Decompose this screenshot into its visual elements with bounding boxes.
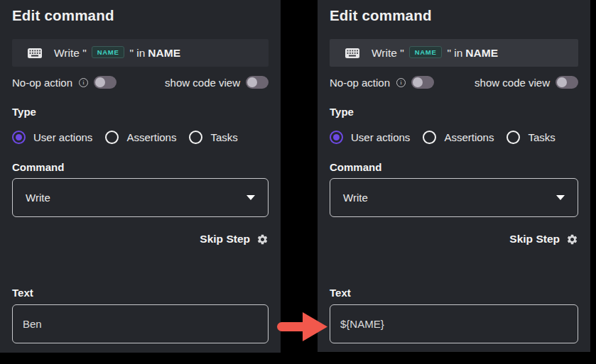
radio-label: User actions xyxy=(33,131,92,143)
text-label: Text xyxy=(330,286,578,300)
command-label: Command xyxy=(12,160,269,175)
info-icon[interactable]: i xyxy=(396,78,406,87)
skip-step-row: Skip Step xyxy=(330,231,578,247)
command-dropdown[interactable]: Write xyxy=(12,178,269,217)
skip-step-button[interactable]: Skip Step xyxy=(200,233,250,246)
command-summary-bar: Write "NAME" inNAME xyxy=(12,39,269,67)
type-radio-group: User actions Assertions Tasks xyxy=(12,130,269,145)
radio-label: Tasks xyxy=(210,131,237,143)
command-label: Command xyxy=(330,160,578,175)
text-label: Text xyxy=(12,286,269,300)
radio-label: Assertions xyxy=(444,131,494,143)
radio-label: Assertions xyxy=(126,131,176,143)
edit-command-panel-after: Edit command Write "NAME" inNAME No-op a… xyxy=(318,0,590,352)
toggles-row: No-op action i show code view xyxy=(12,75,269,89)
command-summary-bar: Write "NAME" inNAME xyxy=(330,39,578,67)
noop-action-label: No-op action xyxy=(330,77,390,89)
noop-action-group: No-op action i xyxy=(12,76,117,89)
text-input[interactable] xyxy=(330,304,578,343)
radio-unselected-icon[interactable] xyxy=(105,131,119,144)
info-icon[interactable]: i xyxy=(79,78,88,87)
code-view-toggle[interactable] xyxy=(246,76,269,89)
gear-icon[interactable] xyxy=(256,233,269,246)
page-title: Edit command xyxy=(330,6,578,26)
command-dropdown[interactable]: Write xyxy=(330,178,578,217)
command-dropdown-value: Write xyxy=(26,192,50,204)
keyboard-icon xyxy=(28,48,42,58)
edit-command-panel-before: Edit command Write "NAME" inNAME No-op a… xyxy=(0,0,281,353)
noop-action-label: No-op action xyxy=(12,77,72,89)
toggle-knob xyxy=(95,77,105,87)
radio-user-actions[interactable]: User actions xyxy=(12,131,92,144)
radio-unselected-icon[interactable] xyxy=(506,131,520,144)
code-view-label: show code view xyxy=(475,77,550,89)
skip-step-row: Skip Step xyxy=(12,231,269,247)
skip-step-button[interactable]: Skip Step xyxy=(509,233,560,246)
radio-unselected-icon[interactable] xyxy=(189,131,202,144)
gear-icon[interactable] xyxy=(566,233,578,246)
code-view-label: show code view xyxy=(165,77,240,89)
arrow-right-icon xyxy=(276,309,330,343)
command-text-prefix: Write " xyxy=(372,47,404,60)
radio-tasks[interactable]: Tasks xyxy=(506,131,555,144)
radio-assertions[interactable]: Assertions xyxy=(105,131,176,144)
command-text-prefix: Write " xyxy=(54,47,87,60)
type-label: Type xyxy=(12,105,269,119)
toggle-knob xyxy=(247,77,257,87)
variable-badge: NAME xyxy=(92,46,125,59)
text-input[interactable] xyxy=(12,304,269,343)
toggle-knob xyxy=(413,77,423,87)
command-target: NAME xyxy=(148,47,180,60)
code-view-toggle[interactable] xyxy=(556,76,578,89)
radio-unselected-icon[interactable] xyxy=(423,131,436,144)
page-title: Edit command xyxy=(12,6,269,26)
noop-action-toggle[interactable] xyxy=(411,76,434,89)
toggle-knob xyxy=(557,77,567,87)
command-text-middle: " in xyxy=(447,47,462,60)
radio-label: User actions xyxy=(351,131,410,143)
chevron-down-icon xyxy=(246,195,255,200)
radio-tasks[interactable]: Tasks xyxy=(189,131,237,144)
type-radio-group: User actions Assertions Tasks xyxy=(330,130,578,145)
radio-selected-icon[interactable] xyxy=(330,131,343,144)
command-text-middle: " in xyxy=(129,47,145,60)
keyboard-icon xyxy=(345,48,359,58)
code-view-group: show code view xyxy=(475,76,578,89)
chevron-down-icon xyxy=(556,195,565,200)
noop-action-toggle[interactable] xyxy=(94,76,117,89)
radio-label: Tasks xyxy=(528,131,555,143)
command-dropdown-value: Write xyxy=(343,192,368,204)
variable-badge: NAME xyxy=(409,46,443,59)
radio-assertions[interactable]: Assertions xyxy=(423,131,494,144)
radio-user-actions[interactable]: User actions xyxy=(330,131,410,144)
radio-selected-icon[interactable] xyxy=(12,131,26,144)
command-target: NAME xyxy=(465,47,498,60)
type-label: Type xyxy=(330,105,578,119)
toggles-row: No-op action i show code view xyxy=(330,75,578,89)
noop-action-group: No-op action i xyxy=(330,76,434,89)
code-view-group: show code view xyxy=(165,76,269,89)
